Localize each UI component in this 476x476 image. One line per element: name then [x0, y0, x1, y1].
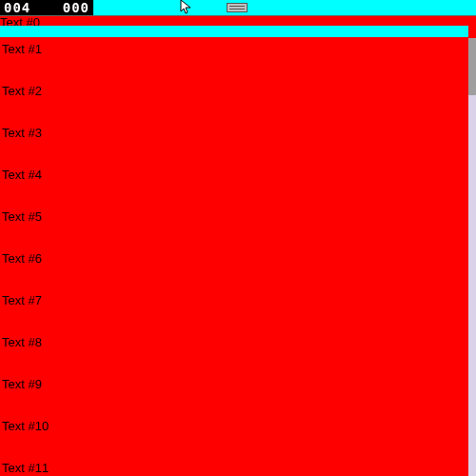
- list-item: Text #7: [0, 289, 468, 331]
- list-item-label: Text #10: [2, 419, 49, 433]
- top-bar: 004 000: [0, 0, 476, 15]
- list-item-label: Text #5: [2, 209, 42, 224]
- counter-display: 004 000: [0, 0, 93, 15]
- counter-left: 004: [4, 0, 30, 15]
- list-item: Text #10: [0, 415, 468, 457]
- list-item-label: Text #8: [2, 335, 42, 349]
- list-item: Text #6: [0, 248, 468, 289]
- list-item: Text #3: [0, 122, 468, 164]
- list-item-label: Text #2: [2, 84, 42, 98]
- list-item-label: Text #4: [2, 168, 42, 182]
- list-item-label: Text #11: [2, 461, 49, 475]
- list-item: Text #5: [0, 206, 468, 248]
- list-item-label: Text #3: [2, 126, 42, 140]
- cyan-strip: [0, 26, 468, 37]
- list-item: Text #2: [0, 80, 468, 122]
- cursor-icon: [180, 0, 195, 16]
- content-list: Text #1 Text #2 Text #3 Text #4 Text #5 …: [0, 38, 468, 476]
- list-item: Text #4: [0, 164, 468, 206]
- list-item: Text #8: [0, 331, 468, 373]
- list-item: Text #1: [0, 38, 468, 80]
- counter-right: 000: [63, 0, 89, 15]
- main-area: Text #1 Text #2 Text #3 Text #4 Text #5 …: [0, 38, 476, 476]
- list-item-label: Text #9: [2, 377, 42, 391]
- list-item: Text #9: [0, 373, 468, 415]
- secondary-bar: Text #0: [0, 15, 476, 38]
- drag-handle-icon[interactable]: [227, 3, 248, 12]
- list-item-label: Text #7: [2, 293, 42, 307]
- list-item: Text #11: [0, 457, 468, 476]
- scrollbar[interactable]: [468, 38, 476, 476]
- list-item-label: Text #6: [2, 251, 42, 266]
- list-item-label: Text #1: [2, 42, 42, 56]
- scrollbar-thumb[interactable]: [468, 38, 476, 95]
